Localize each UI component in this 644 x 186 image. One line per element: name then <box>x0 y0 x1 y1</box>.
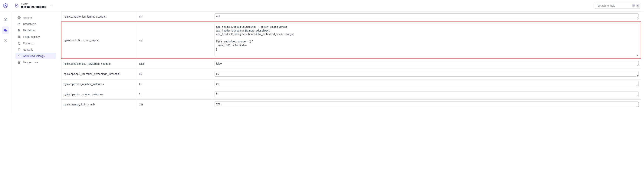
svg-point-1 <box>16 5 17 6</box>
skull-icon <box>17 61 21 64</box>
cluster-label: Cluster <box>21 3 46 5</box>
setting-key: nginx.hpa.max_number_instances <box>61 79 137 89</box>
sidebar-item-image-registry[interactable]: Image registry <box>16 34 56 40</box>
advanced-settings-table: nginx.controller.log_format_upstreamnull… <box>61 11 641 110</box>
svg-point-11 <box>18 55 19 56</box>
svg-point-12 <box>19 56 20 57</box>
sidebar-item-label: General <box>23 16 32 19</box>
sidebar-item-label: Danger zone <box>23 61 38 64</box>
table-row: nginx.controller.server_snippetnull <box>61 22 641 59</box>
table-row: nginx.hpa.max_number_instances25 <box>61 79 641 89</box>
setting-value-input[interactable] <box>214 24 638 56</box>
sidebar-item-danger-zone[interactable]: Danger zone <box>16 59 56 66</box>
cluster-name: test-nginx-snippet <box>21 5 46 8</box>
sidebar-item-credentials[interactable]: Credentials <box>16 21 56 27</box>
content-area: nginx.controller.log_format_upstreamnull… <box>58 11 644 113</box>
setting-default: null <box>137 22 212 59</box>
setting-value-cell <box>212 79 641 89</box>
setting-value-input[interactable] <box>214 61 638 66</box>
sliders-icon <box>17 29 21 32</box>
sidebar-item-label: Advanced settings <box>23 54 44 58</box>
setting-value-input[interactable] <box>214 102 638 107</box>
setting-key: nginx.controller.use_forwarded_headers <box>61 59 137 69</box>
svg-point-7 <box>18 30 19 30</box>
plug-icon <box>17 48 21 51</box>
setting-value-input[interactable] <box>214 71 638 76</box>
search-input[interactable] <box>598 4 630 7</box>
sidebar-item-label: Features <box>23 42 33 45</box>
sidebar-item-advanced-settings[interactable]: Advanced settings <box>16 53 56 59</box>
gears-icon <box>17 54 21 58</box>
rail-item-layers[interactable] <box>2 16 9 24</box>
setting-value-cell <box>212 12 641 22</box>
search-box[interactable]: ⌘ K <box>594 3 641 8</box>
sidebar-item-resources[interactable]: Resources <box>16 27 56 34</box>
svg-point-13 <box>18 62 19 62</box>
setting-default: 50 <box>137 69 212 79</box>
setting-value-cell <box>212 69 641 79</box>
icon-rail <box>0 11 11 113</box>
setting-value-cell <box>212 59 641 69</box>
setting-value-cell <box>212 89 641 100</box>
briefcase-icon <box>17 35 21 38</box>
setting-value-cell <box>212 22 641 59</box>
top-header: Cluster test-nginx-snippet ⌘ K <box>0 0 644 11</box>
kbd-cmd: ⌘ <box>632 4 635 7</box>
svg-rect-10 <box>18 36 20 38</box>
setting-default: null <box>137 12 212 22</box>
table-row: nginx.controller.use_forwarded_headersfa… <box>61 59 641 69</box>
puzzle-icon <box>17 42 21 45</box>
rail-item-history[interactable] <box>2 37 9 44</box>
setting-key: nginx.controller.log_format_upstream <box>61 12 137 22</box>
settings-sidebar: General Credentials Resources Image regi… <box>11 11 58 113</box>
setting-key: nginx.controller.server_snippet <box>61 22 137 59</box>
svg-point-3 <box>19 17 20 18</box>
svg-point-14 <box>19 62 20 62</box>
table-row: nginx.controller.log_format_upstreamnull <box>61 12 641 22</box>
setting-value-input[interactable] <box>214 14 638 19</box>
app-logo[interactable] <box>0 3 11 8</box>
table-row: nginx.hpa.min_number_instances2 <box>61 89 641 100</box>
sidebar-item-label: Credentials <box>23 22 36 26</box>
svg-point-9 <box>18 31 19 32</box>
sidebar-item-network[interactable]: Network <box>16 46 56 53</box>
setting-key: nginx.memory.limit_in_mib <box>61 100 137 110</box>
sidebar-item-label: Network <box>23 48 32 51</box>
sidebar-item-label: Resources <box>23 29 36 32</box>
sidebar-item-features[interactable]: Features <box>16 40 56 46</box>
kbd-k: K <box>636 4 640 7</box>
sidebar-item-label: Image registry <box>23 35 40 38</box>
table-row: nginx.hpa.cpu_utilization_percentage_thr… <box>61 69 641 79</box>
setting-default: 25 <box>137 79 212 89</box>
setting-value-input[interactable] <box>214 91 638 97</box>
chevron-down-icon <box>50 4 53 7</box>
cluster-selector[interactable]: Cluster test-nginx-snippet <box>15 3 53 8</box>
setting-default: false <box>137 59 212 69</box>
setting-default: 768 <box>137 100 212 110</box>
table-row: nginx.memory.limit_in_mib768 <box>61 100 641 110</box>
setting-key: nginx.hpa.min_number_instances <box>61 89 137 100</box>
svg-point-8 <box>19 30 20 31</box>
setting-key: nginx.hpa.cpu_utilization_percentage_thr… <box>61 69 137 79</box>
sidebar-item-general[interactable]: General <box>16 14 56 21</box>
rail-item-cloud[interactable] <box>2 26 9 34</box>
setting-default: 2 <box>137 89 212 100</box>
setting-value-cell <box>212 100 641 110</box>
key-icon <box>17 22 21 26</box>
setting-value-input[interactable] <box>214 81 638 87</box>
gear-icon <box>17 16 21 19</box>
